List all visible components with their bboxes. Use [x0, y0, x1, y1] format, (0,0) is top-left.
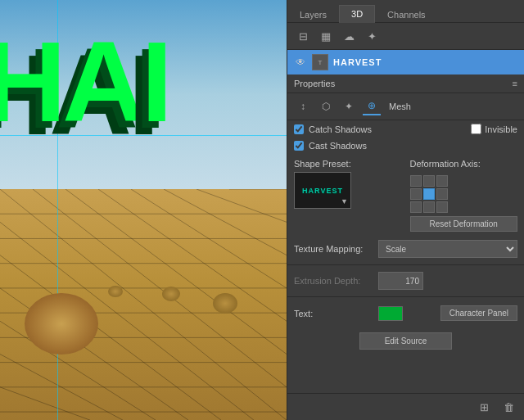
extrusion-row: Extrusion Depth:	[287, 269, 524, 293]
catch-shadows-row: Catch Shadows	[294, 124, 471, 134]
cast-shadows-checkbox[interactable]	[294, 141, 304, 151]
bottom-bar: ⊞ 🗑	[287, 393, 524, 420]
hay-bale-tiny	[162, 287, 180, 301]
tab-3d[interactable]: 3D	[339, 5, 375, 23]
3d-tool-3[interactable]: ☁	[340, 27, 358, 45]
bottom-delete-icon[interactable]: 🗑	[499, 398, 517, 416]
svg-line-19	[0, 288, 188, 420]
3d-tool-4[interactable]: ✦	[363, 27, 381, 45]
shape-thumbnail[interactable]: HARVEST ▼	[294, 172, 351, 209]
tab-channels[interactable]: Channels	[375, 6, 437, 23]
reset-deformation-button[interactable]: Reset Deformation	[410, 216, 518, 232]
texture-mapping-select[interactable]: Scale	[378, 240, 517, 258]
deformation-grid	[410, 175, 518, 213]
3d-tool-2[interactable]: ▦	[317, 27, 335, 45]
deform-cell-0[interactable]	[410, 175, 422, 187]
invisible-checkbox[interactable]	[471, 124, 481, 134]
texture-mapping-row: Texture Mapping: Scale	[287, 237, 524, 261]
cast-shadows-row: Cast Shadows	[287, 138, 524, 154]
svg-line-22	[0, 387, 90, 420]
deform-cell-7[interactable]	[423, 201, 435, 213]
canvas-area: HAI	[0, 0, 287, 420]
deformation-label: Deformation Axis:	[410, 159, 518, 169]
text-label: Text:	[294, 309, 372, 318]
text-color-swatch[interactable]	[378, 306, 403, 321]
props-icon-1[interactable]: ↕	[294, 97, 312, 115]
deform-cell-1[interactable]	[423, 175, 435, 187]
cast-shadows-label: Cast Shadows	[309, 141, 367, 151]
deform-cell-8[interactable]	[436, 201, 448, 213]
hay-bale	[25, 293, 98, 355]
props-icon-mesh[interactable]: ⊕	[363, 97, 381, 115]
bottom-new-icon[interactable]: ⊞	[475, 398, 493, 416]
invisible-label: Invisible	[485, 124, 517, 134]
extrusion-input[interactable]	[378, 272, 423, 290]
layer-thumbnail: T	[312, 54, 328, 70]
tab-layers[interactable]: Layers	[287, 6, 339, 23]
edit-source-container: Edit Source	[287, 326, 524, 356]
props-icon-3[interactable]: ✦	[340, 97, 358, 115]
tabs-bar: Layers 3D Channels	[287, 0, 524, 23]
deform-cell-6[interactable]	[410, 201, 422, 213]
catch-shadows-label: Catch Shadows	[309, 124, 372, 134]
shape-preset-label: Shape Preset:	[294, 159, 402, 169]
svg-line-15	[196, 189, 287, 222]
3d-tool-1[interactable]: ⊟	[294, 27, 312, 45]
properties-header: Properties ≡	[287, 75, 524, 93]
shape-thumb-text: HARVEST	[302, 187, 343, 195]
edit-source-button[interactable]: Edit Source	[359, 332, 453, 350]
shape-deformation-row: Shape Preset: HARVEST ▼ Deformation Axis…	[287, 154, 524, 237]
toolbar-3d: ⊟ ▦ ☁ ✦	[287, 23, 524, 50]
shape-thumb-arrow: ▼	[341, 197, 348, 205]
divider-1	[287, 264, 524, 265]
layer-name: HARVEST	[333, 57, 382, 67]
deform-cell-5[interactable]	[436, 188, 448, 200]
eye-icon[interactable]: 👁	[294, 56, 307, 69]
extrusion-label: Extrusion Depth:	[294, 276, 372, 286]
layer-row[interactable]: 👁 T HARVEST	[287, 50, 524, 75]
deform-cell-2[interactable]	[436, 175, 448, 187]
invisible-row: Invisible	[471, 124, 517, 134]
right-panel: Layers 3D Channels ⊟ ▦ ☁ ✦ 👁 T HARVEST P…	[287, 0, 524, 420]
text-section-row: Text: Character Panel	[287, 300, 524, 326]
svg-line-14	[164, 189, 287, 255]
3d-text: HAI	[0, 25, 169, 139]
divider-2	[287, 296, 524, 297]
texture-mapping-label: Texture Mapping:	[294, 244, 372, 254]
hay-bale-xs	[108, 286, 123, 297]
hay-bale-small	[213, 293, 237, 314]
deformation-col: Deformation Axis: Reset Deformation	[410, 159, 518, 232]
shape-preset-col: Shape Preset: HARVEST ▼	[294, 159, 402, 232]
props-toolbar: ↕ ⬡ ✦ ⊕ Mesh	[287, 93, 524, 120]
props-icon-2[interactable]: ⬡	[317, 97, 335, 115]
deform-cell-3[interactable]	[410, 188, 422, 200]
character-panel-button[interactable]: Character Panel	[440, 305, 517, 321]
properties-menu-icon[interactable]: ≡	[513, 79, 517, 88]
svg-line-12	[98, 189, 287, 321]
catch-shadows-checkbox[interactable]	[294, 124, 304, 134]
mesh-label: Mesh	[389, 102, 411, 111]
properties-label: Properties	[294, 79, 335, 88]
deform-cell-4[interactable]	[423, 188, 435, 200]
